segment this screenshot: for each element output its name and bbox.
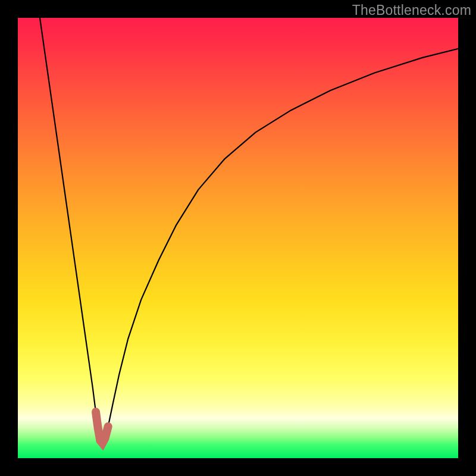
- chart-container: TheBottleneck.com: [0, 0, 476, 476]
- optimum-marker: [96, 412, 108, 443]
- watermark-text: TheBottleneck.com: [352, 2, 471, 18]
- plot-area: [18, 18, 458, 458]
- curve-layer: [18, 18, 458, 458]
- bottleneck-curve: [40, 18, 458, 443]
